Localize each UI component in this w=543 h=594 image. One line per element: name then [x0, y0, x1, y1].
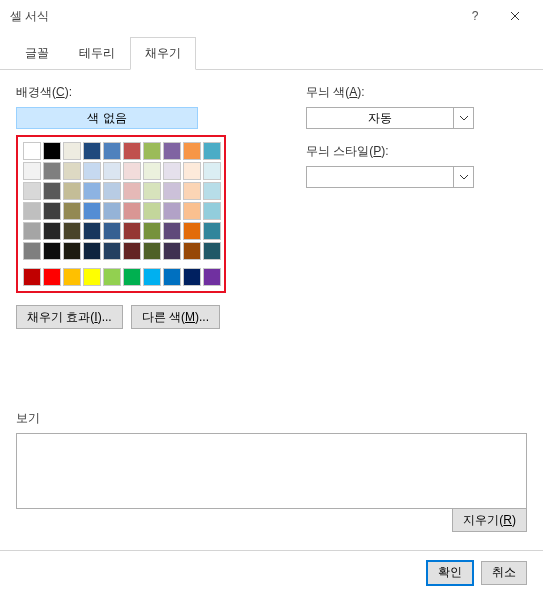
pattern-color-value: 자동: [307, 110, 453, 127]
cancel-button[interactable]: 취소: [481, 561, 527, 585]
color-swatch[interactable]: [43, 202, 61, 220]
color-swatch[interactable]: [183, 268, 201, 286]
color-swatch[interactable]: [83, 142, 101, 160]
color-swatch[interactable]: [203, 142, 221, 160]
preview-box: [16, 433, 527, 509]
color-swatch[interactable]: [103, 242, 121, 260]
color-swatch[interactable]: [183, 182, 201, 200]
color-swatch[interactable]: [23, 268, 41, 286]
color-swatch[interactable]: [83, 242, 101, 260]
color-swatch[interactable]: [23, 142, 41, 160]
color-swatch[interactable]: [163, 182, 181, 200]
color-swatch[interactable]: [103, 268, 121, 286]
color-swatch[interactable]: [43, 162, 61, 180]
color-swatch[interactable]: [23, 222, 41, 240]
color-swatch[interactable]: [143, 202, 161, 220]
help-button[interactable]: ?: [455, 2, 495, 30]
ok-button[interactable]: 확인: [427, 561, 473, 585]
color-swatch[interactable]: [103, 222, 121, 240]
color-swatch[interactable]: [63, 268, 81, 286]
color-swatch[interactable]: [43, 242, 61, 260]
color-swatch[interactable]: [163, 162, 181, 180]
chevron-down-icon: [453, 167, 473, 187]
bgcolor-label: 배경색(C):: [16, 84, 266, 101]
fill-effects-button[interactable]: 채우기 효과(I)...: [16, 305, 123, 329]
color-swatch[interactable]: [23, 182, 41, 200]
color-swatch[interactable]: [23, 202, 41, 220]
pattern-style-select[interactable]: [306, 166, 474, 188]
color-swatch[interactable]: [143, 142, 161, 160]
pattern-color-select[interactable]: 자동: [306, 107, 474, 129]
color-swatch[interactable]: [23, 162, 41, 180]
color-swatch[interactable]: [203, 222, 221, 240]
color-swatch[interactable]: [43, 182, 61, 200]
color-swatch[interactable]: [83, 202, 101, 220]
color-swatch[interactable]: [143, 182, 161, 200]
color-swatch[interactable]: [63, 242, 81, 260]
chevron-down-icon: [453, 108, 473, 128]
color-swatch[interactable]: [183, 142, 201, 160]
window-title: 셀 서식: [10, 8, 455, 25]
color-swatch[interactable]: [83, 182, 101, 200]
color-swatch[interactable]: [103, 182, 121, 200]
color-swatch[interactable]: [123, 222, 141, 240]
close-button[interactable]: [495, 2, 535, 30]
color-swatch[interactable]: [63, 182, 81, 200]
pattern-color-label: 무늬 색(A):: [306, 84, 527, 101]
color-swatch[interactable]: [183, 202, 201, 220]
color-swatch[interactable]: [103, 202, 121, 220]
pattern-style-label: 무늬 스타일(P):: [306, 143, 527, 160]
color-swatch[interactable]: [23, 242, 41, 260]
color-swatch[interactable]: [123, 268, 141, 286]
color-swatch[interactable]: [123, 202, 141, 220]
color-swatch[interactable]: [123, 182, 141, 200]
color-swatch[interactable]: [203, 242, 221, 260]
color-swatch[interactable]: [83, 222, 101, 240]
tab-font[interactable]: 글꼴: [10, 37, 64, 70]
color-swatch[interactable]: [203, 182, 221, 200]
color-palette: [16, 135, 226, 293]
color-swatch[interactable]: [163, 242, 181, 260]
color-swatch[interactable]: [143, 268, 161, 286]
preview-label: 보기: [16, 410, 527, 427]
color-swatch[interactable]: [63, 222, 81, 240]
color-swatch[interactable]: [183, 222, 201, 240]
color-swatch[interactable]: [203, 202, 221, 220]
more-colors-button[interactable]: 다른 색(M)...: [131, 305, 220, 329]
color-swatch[interactable]: [163, 202, 181, 220]
color-swatch[interactable]: [203, 268, 221, 286]
color-swatch[interactable]: [103, 162, 121, 180]
color-swatch[interactable]: [163, 142, 181, 160]
color-swatch[interactable]: [143, 162, 161, 180]
color-swatch[interactable]: [43, 268, 61, 286]
color-swatch[interactable]: [63, 162, 81, 180]
color-swatch[interactable]: [63, 202, 81, 220]
color-swatch[interactable]: [103, 142, 121, 160]
color-swatch[interactable]: [83, 268, 101, 286]
color-swatch[interactable]: [143, 242, 161, 260]
clear-button[interactable]: 지우기(R): [452, 508, 527, 532]
color-swatch[interactable]: [43, 222, 61, 240]
color-swatch[interactable]: [63, 142, 81, 160]
color-swatch[interactable]: [163, 222, 181, 240]
color-swatch[interactable]: [43, 142, 61, 160]
color-swatch[interactable]: [123, 242, 141, 260]
color-swatch[interactable]: [183, 162, 201, 180]
no-color-button[interactable]: 색 없음: [16, 107, 198, 129]
color-swatch[interactable]: [123, 142, 141, 160]
tab-border[interactable]: 테두리: [64, 37, 130, 70]
color-swatch[interactable]: [203, 162, 221, 180]
close-icon: [510, 11, 520, 21]
color-swatch[interactable]: [163, 268, 181, 286]
color-swatch[interactable]: [143, 222, 161, 240]
tab-fill[interactable]: 채우기: [130, 37, 196, 70]
color-swatch[interactable]: [83, 162, 101, 180]
color-swatch[interactable]: [183, 242, 201, 260]
color-swatch[interactable]: [123, 162, 141, 180]
